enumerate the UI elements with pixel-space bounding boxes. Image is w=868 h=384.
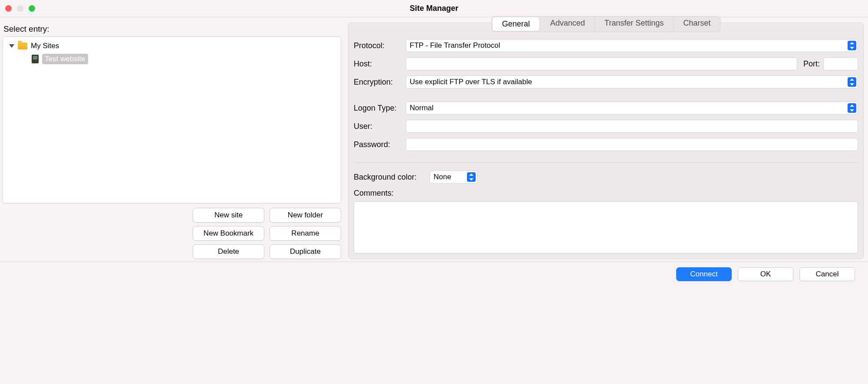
select-knob-icon — [848, 103, 856, 113]
logon-type-value: Normal — [410, 104, 434, 112]
cancel-button[interactable]: Cancel — [799, 267, 855, 281]
left-buttons: New site New folder New Bookmark Rename … — [3, 208, 341, 259]
folder-icon — [18, 43, 27, 49]
tab-general[interactable]: General — [493, 17, 540, 31]
footer: Connect OK Cancel — [0, 262, 868, 286]
protocol-value: FTP - File Transfer Protocol — [410, 41, 500, 50]
encryption-select[interactable]: Use explicit FTP over TLS if available — [406, 75, 858, 89]
server-icon — [32, 55, 39, 63]
comments-input[interactable] — [354, 201, 858, 253]
tab-set: General Advanced Transfer Settings Chars… — [491, 16, 721, 32]
background-color-select[interactable]: None — [430, 171, 477, 184]
tree-item-test-website[interactable]: Test website — [5, 53, 339, 66]
right-panel: General Advanced Transfer Settings Chars… — [348, 23, 864, 259]
delete-button[interactable]: Delete — [193, 244, 264, 259]
password-label: Password: — [354, 140, 406, 149]
background-color-label: Background color: — [354, 173, 430, 182]
encryption-value: Use explicit FTP over TLS if available — [410, 78, 532, 86]
logon-type-label: Logon Type: — [354, 104, 406, 113]
form-general: Protocol: FTP - File Transfer Protocol H… — [354, 39, 858, 253]
select-entry-label: Select entry: — [3, 23, 341, 36]
select-knob-icon — [848, 77, 856, 87]
divider — [354, 162, 858, 163]
tab-charset[interactable]: Charset — [674, 16, 720, 32]
site-manager-window: Site Manager Select entry: My Sites Test… — [0, 0, 868, 384]
site-tree[interactable]: My Sites Test website — [3, 36, 341, 203]
port-input[interactable] — [823, 57, 858, 70]
user-label: User: — [354, 122, 406, 131]
protocol-select[interactable]: FTP - File Transfer Protocol — [406, 39, 858, 52]
host-label: Host: — [354, 59, 406, 69]
background-color-value: None — [434, 173, 451, 181]
content: Select entry: My Sites Test website New … — [0, 17, 868, 384]
titlebar: Site Manager — [0, 0, 868, 17]
tree-root-label: My Sites — [31, 42, 59, 50]
window-title: Site Manager — [0, 4, 868, 13]
port-label: Port: — [803, 59, 820, 69]
select-knob-icon — [848, 41, 856, 50]
ok-button[interactable]: OK — [738, 267, 793, 281]
duplicate-button[interactable]: Duplicate — [270, 244, 341, 259]
left-panel: Select entry: My Sites Test website New … — [3, 23, 341, 259]
tree-root-row[interactable]: My Sites — [5, 39, 339, 53]
new-bookmark-button[interactable]: New Bookmark — [193, 226, 264, 241]
logon-type-select[interactable]: Normal — [406, 102, 858, 115]
chevron-down-icon[interactable] — [9, 44, 14, 48]
tab-bar: General Advanced Transfer Settings Chars… — [354, 16, 858, 32]
protocol-label: Protocol: — [354, 41, 406, 50]
encryption-label: Encryption: — [354, 78, 406, 87]
tab-advanced[interactable]: Advanced — [541, 16, 595, 32]
select-knob-icon — [467, 172, 476, 182]
host-input[interactable] — [406, 57, 797, 70]
rename-button[interactable]: Rename — [270, 226, 341, 241]
comments-label: Comments: — [354, 189, 858, 198]
connect-button[interactable]: Connect — [676, 267, 732, 281]
new-site-button[interactable]: New site — [193, 208, 264, 223]
main-row: Select entry: My Sites Test website New … — [0, 17, 868, 262]
new-folder-button[interactable]: New folder — [270, 208, 341, 223]
user-input[interactable] — [406, 120, 858, 133]
tab-transfer[interactable]: Transfer Settings — [595, 16, 674, 32]
tree-item-label: Test website — [42, 54, 88, 64]
password-input[interactable] — [406, 138, 858, 151]
